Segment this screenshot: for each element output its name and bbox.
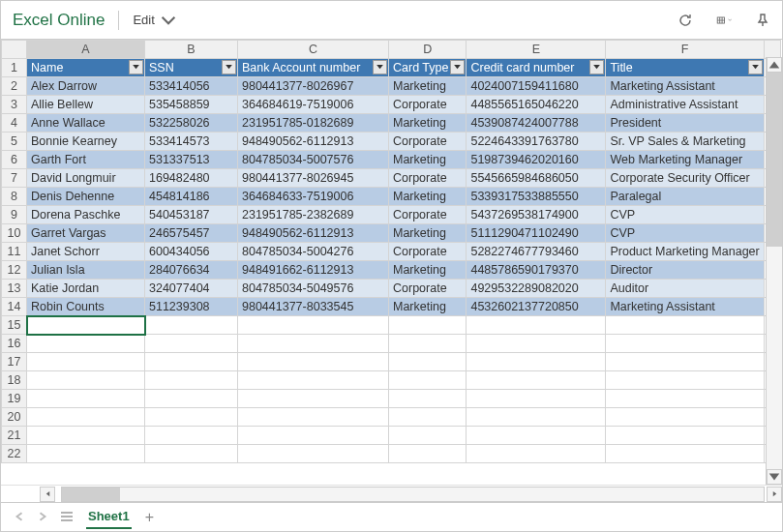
cell[interactable]: 169482480 [145, 169, 238, 188]
cell[interactable] [145, 427, 238, 445]
sheet-tab[interactable]: Sheet1 [86, 505, 132, 529]
row-header-7[interactable]: 7 [2, 169, 27, 188]
row-header-9[interactable]: 9 [2, 206, 27, 224]
cell[interactable]: Janet Schorr [27, 243, 145, 261]
cell[interactable]: 5339317533885550 [467, 188, 606, 206]
cell[interactable]: Corporate [389, 243, 467, 261]
cell[interactable]: Robin Counts [27, 298, 145, 316]
all-sheets-icon[interactable] [61, 510, 73, 524]
cell[interactable]: 533414056 [145, 77, 238, 96]
cell[interactable]: 284076634 [145, 261, 238, 280]
cell[interactable] [145, 371, 238, 390]
scroll-right-arrow[interactable] [767, 487, 782, 502]
cell[interactable]: 231951785-2382689 [238, 206, 389, 224]
refresh-icon[interactable] [678, 13, 693, 28]
cell[interactable] [389, 427, 467, 445]
cell[interactable]: Sr. VP Sales & Marketing [606, 133, 764, 151]
cell[interactable] [606, 408, 764, 427]
cell[interactable] [145, 316, 238, 335]
cell[interactable]: Katie Jordan [27, 280, 145, 298]
row-header-6[interactable]: 6 [2, 151, 27, 169]
cell[interactable] [606, 353, 764, 371]
cell[interactable]: Paralegal [606, 188, 764, 206]
cell[interactable] [467, 353, 606, 371]
cell[interactable] [606, 445, 764, 463]
cell[interactable] [238, 371, 389, 390]
row-header-20[interactable]: 20 [2, 408, 27, 427]
cell[interactable]: Marketing [389, 261, 467, 280]
cell[interactable]: Director [606, 261, 764, 280]
cell[interactable] [27, 427, 145, 445]
cell[interactable]: 231951785-0182689 [238, 114, 389, 133]
cell[interactable] [467, 390, 606, 408]
scroll-down-arrow[interactable] [767, 469, 782, 485]
cell[interactable] [145, 390, 238, 408]
cell[interactable] [238, 316, 389, 335]
cell[interactable] [27, 371, 145, 390]
cell[interactable] [606, 335, 764, 353]
row-header-18[interactable]: 18 [2, 371, 27, 390]
row-header-2[interactable]: 2 [2, 77, 27, 96]
cell[interactable]: 5224643391763780 [467, 133, 606, 151]
table-header-cell[interactable]: Name [27, 59, 145, 77]
col-header-E[interactable]: E [467, 41, 606, 59]
row-header-21[interactable]: 21 [2, 427, 27, 445]
cell[interactable] [467, 445, 606, 463]
cell[interactable]: Dorena Paschke [27, 206, 145, 224]
cell[interactable] [27, 408, 145, 427]
cell[interactable]: 804785034-5004276 [238, 243, 389, 261]
cell[interactable] [389, 390, 467, 408]
cell[interactable]: Marketing [389, 188, 467, 206]
cell[interactable]: CVP [606, 224, 764, 243]
cell[interactable]: Denis Dehenne [27, 188, 145, 206]
cell[interactable]: 948490562-6112913 [238, 133, 389, 151]
table-header-cell[interactable]: Title [606, 59, 764, 77]
cell[interactable]: 948491662-6112913 [238, 261, 389, 280]
cell[interactable]: 600434056 [145, 243, 238, 261]
prev-sheet-icon[interactable] [15, 510, 24, 524]
col-header-A[interactable]: A [27, 41, 145, 59]
cell[interactable] [606, 371, 764, 390]
cell[interactable]: David Longmuir [27, 169, 145, 188]
table-header-cell[interactable]: Card Type [389, 59, 467, 77]
cell[interactable]: 5282274677793460 [467, 243, 606, 261]
cell[interactable]: Corporate [389, 206, 467, 224]
next-sheet-icon[interactable] [38, 510, 47, 524]
row-header-19[interactable]: 19 [2, 390, 27, 408]
cell[interactable]: 4485786590179370 [467, 261, 606, 280]
cell[interactable] [238, 390, 389, 408]
cell[interactable] [238, 353, 389, 371]
cell[interactable]: Anne Wallace [27, 114, 145, 133]
table-header-cell[interactable]: Credit card number [467, 59, 606, 77]
cell[interactable]: Marketing [389, 114, 467, 133]
cell[interactable]: CVP [606, 206, 764, 224]
cell[interactable]: 4485565165046220 [467, 96, 606, 114]
grid-icon[interactable] [716, 13, 732, 28]
cell[interactable]: Corporate Security Officer [606, 169, 764, 188]
cell[interactable] [238, 408, 389, 427]
cell[interactable] [389, 316, 467, 335]
cell[interactable] [238, 427, 389, 445]
cell[interactable] [238, 335, 389, 353]
cell[interactable]: Marketing Assistant [606, 298, 764, 316]
filter-icon[interactable] [450, 60, 465, 74]
scroll-thumb[interactable] [767, 73, 782, 247]
row-header-4[interactable]: 4 [2, 114, 27, 133]
cell[interactable] [27, 353, 145, 371]
cell[interactable] [606, 316, 764, 335]
cell[interactable]: 5545665984686050 [467, 169, 606, 188]
filter-icon[interactable] [589, 60, 604, 74]
cell[interactable]: 511239308 [145, 298, 238, 316]
cell[interactable]: 4024007159411680 [467, 77, 606, 96]
cell[interactable]: Web Marketing Manager [606, 151, 764, 169]
cell[interactable] [389, 408, 467, 427]
scroll-up-arrow[interactable] [767, 57, 782, 73]
cell[interactable]: Administrative Assistant [606, 96, 764, 114]
row-header-11[interactable]: 11 [2, 243, 27, 261]
row-header-14[interactable]: 14 [2, 298, 27, 316]
cell[interactable] [606, 427, 764, 445]
select-all-corner[interactable] [2, 41, 27, 59]
row-header-1[interactable]: 1 [2, 59, 27, 77]
filter-icon[interactable] [222, 60, 236, 74]
pin-icon[interactable] [755, 13, 770, 28]
